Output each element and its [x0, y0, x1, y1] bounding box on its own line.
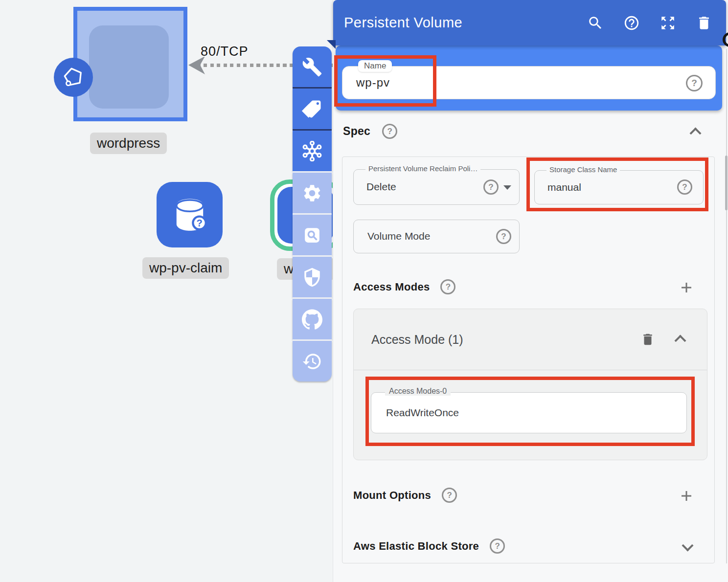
volume-mode-label: Volume Mode: [367, 220, 430, 252]
toolbar-button-hub[interactable]: [293, 131, 332, 171]
node-wp-pv-claim[interactable]: ?: [157, 182, 223, 247]
toolbar-button-preview[interactable]: [293, 215, 332, 255]
aws-ebs-title: Aws Elastic Block Store: [353, 540, 479, 553]
toolbar-button-security[interactable]: [293, 257, 332, 297]
scan-search-icon: [302, 225, 322, 246]
mount-options-help-icon[interactable]: ?: [442, 488, 457, 503]
svg-text:?: ?: [196, 218, 202, 228]
gear-icon: [302, 183, 322, 203]
toolbar-button-settings[interactable]: [293, 173, 332, 213]
reclaim-policy-value: Delete: [366, 170, 396, 204]
pod-container-shape: [89, 25, 169, 109]
panel-title: Persistent Volume: [344, 15, 462, 31]
add-mount-option-button[interactable]: [679, 489, 694, 503]
access-modes-help-icon[interactable]: ?: [440, 279, 455, 294]
help-icon[interactable]: [623, 15, 640, 31]
expand-icon[interactable]: [660, 15, 676, 31]
github-icon: [302, 309, 322, 330]
aws-ebs-expand-chevron-icon[interactable]: [682, 539, 693, 551]
name-help-icon[interactable]: ?: [686, 75, 703, 91]
corner-wedge-decoration: [327, 40, 336, 49]
delete-access-mode-icon[interactable]: [640, 332, 655, 347]
aws-ebs-heading: Aws Elastic Block Store ?: [353, 538, 505, 554]
reclaim-policy-help-icon[interactable]: ?: [483, 179, 499, 195]
toolbar-button-github[interactable]: [293, 299, 332, 339]
database-question-icon: ?: [166, 191, 213, 238]
mount-options-heading: Mount Options ?: [353, 488, 457, 503]
pod-badge: [54, 58, 93, 97]
node-label-wp-pv-claim: wp-pv-claim: [142, 257, 229, 279]
dropdown-caret-icon[interactable]: [503, 185, 511, 190]
access-mode-collapse-chevron-icon[interactable]: [674, 335, 686, 346]
highlight-box-name: [334, 55, 436, 107]
trash-icon[interactable]: [696, 15, 712, 31]
toolbar-button-wrench[interactable]: [293, 46, 332, 87]
volume-mode-help-icon[interactable]: ?: [496, 229, 511, 244]
wrench-icon: [302, 57, 322, 77]
toolbar-button-history[interactable]: [293, 341, 332, 381]
spec-heading: Spec ?: [343, 124, 397, 139]
node-label-wordpress: wordpress: [90, 133, 167, 154]
spec-help-icon[interactable]: ?: [382, 124, 397, 139]
panel-scrollbar-handle[interactable]: [725, 156, 728, 210]
toolbar-button-tag[interactable]: [293, 89, 332, 129]
panel-scrollbar-track[interactable]: [726, 49, 727, 563]
hub-icon: [302, 141, 322, 161]
pod-pentagon-icon: [58, 62, 89, 92]
volume-mode-input[interactable]: Volume Mode ?: [353, 220, 520, 253]
panel-header: Persistent Volume: [333, 0, 726, 45]
reclaim-policy-select[interactable]: Persistent Volume Reclaim Poli… Delete ?: [353, 169, 520, 205]
plus-icon: [679, 489, 694, 503]
plus-icon: [679, 280, 694, 295]
tag-icon: [302, 99, 322, 119]
card-divider: [354, 370, 707, 370]
highlight-box-access-mode: [365, 377, 695, 446]
canvas-toolbar: [293, 46, 332, 381]
aws-ebs-help-icon[interactable]: ?: [490, 538, 505, 554]
shield-icon: [302, 267, 322, 288]
access-mode-card-title: Access Mode (1): [371, 309, 463, 370]
add-access-mode-button[interactable]: [679, 280, 694, 295]
search-icon[interactable]: [587, 15, 604, 31]
spec-collapse-chevron-icon[interactable]: [689, 127, 701, 139]
spec-container: Persistent Volume Reclaim Poli… Delete ?…: [342, 157, 715, 563]
access-modes-title: Access Modes: [353, 281, 430, 293]
history-icon: [302, 351, 322, 372]
highlight-box-storage-class: [526, 157, 708, 211]
access-modes-heading: Access Modes ?: [353, 279, 455, 294]
mount-options-title: Mount Options: [353, 489, 431, 502]
panel-header-actions: [587, 0, 712, 45]
node-wordpress[interactable]: [73, 7, 187, 121]
spec-title: Spec: [343, 125, 370, 138]
edge-port-label: 80/TCP: [201, 44, 249, 59]
